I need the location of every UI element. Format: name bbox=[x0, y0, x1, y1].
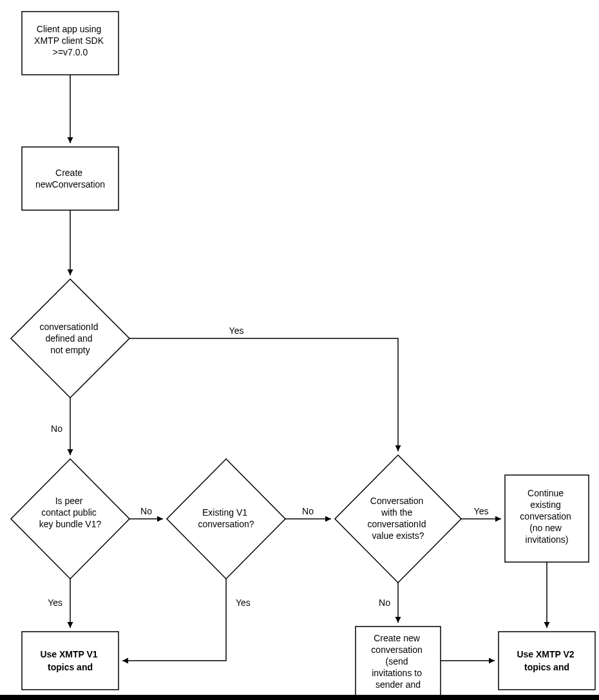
svg-text:Yes: Yes bbox=[229, 326, 244, 336]
svg-text:Yes: Yes bbox=[474, 506, 489, 516]
svg-rect-16 bbox=[22, 632, 119, 690]
svg-text:No: No bbox=[379, 598, 390, 608]
edge-d-peer-no: No bbox=[129, 506, 163, 519]
node-start: Client app using XMTP client SDK >=v7.0.… bbox=[22, 12, 119, 75]
node-continue: Continue existing conversation (no new i… bbox=[505, 475, 589, 562]
svg-text:No: No bbox=[302, 506, 314, 516]
node-d-value-exists: Conversation with the conversationId val… bbox=[335, 455, 461, 583]
node-use-v2: Use XMTP V2 topics and bbox=[499, 632, 595, 690]
svg-text:No: No bbox=[51, 423, 62, 434]
svg-text:No: No bbox=[140, 506, 152, 516]
node-d-existing: Existing V1 conversation? bbox=[167, 459, 285, 579]
edge-d-exist-no: No bbox=[285, 506, 331, 519]
edge-d-peer-yes: Yes bbox=[48, 579, 70, 628]
bottom-border bbox=[0, 695, 599, 700]
node-d-conversation-id: conversationId defined and not empty bbox=[11, 279, 129, 398]
flowchart: Client app using XMTP client SDK >=v7.0.… bbox=[0, 0, 599, 700]
node-d-peer: Is peer contact public key bundle V1? bbox=[11, 459, 129, 579]
edge-d-conv-yes: Yes bbox=[129, 326, 398, 451]
edge-d-val-yes: Yes bbox=[461, 506, 501, 519]
node-create: Create newConversation bbox=[22, 147, 119, 210]
svg-rect-18 bbox=[499, 632, 595, 690]
edge-d-val-no: No bbox=[379, 583, 398, 623]
edge-d-conv-no: No bbox=[51, 398, 70, 455]
svg-text:Yes: Yes bbox=[236, 598, 251, 608]
svg-text:Continue
    existing
    conv: Continue existing conversation (no new i… bbox=[520, 488, 573, 545]
edge-d-exist-yes: Yes bbox=[122, 579, 251, 661]
node-create-new: Create new conversation (send invitation… bbox=[356, 627, 441, 697]
svg-text:Yes: Yes bbox=[48, 598, 62, 608]
svg-rect-2 bbox=[22, 147, 119, 210]
node-use-v1: Use XMTP V1 topics and bbox=[22, 632, 119, 690]
